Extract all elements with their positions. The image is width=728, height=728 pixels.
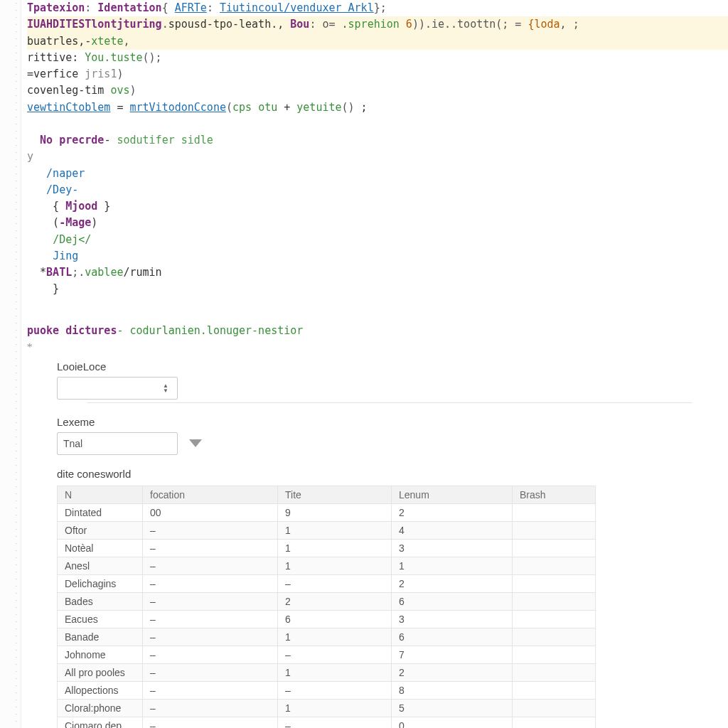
table-cell: – bbox=[143, 717, 278, 728]
table-title: dite conesworld bbox=[57, 468, 722, 480]
field-looieloce-label: LooieLoce bbox=[57, 360, 722, 373]
table-row[interactable]: Anesl–11 bbox=[58, 557, 596, 574]
table-row[interactable]: Dintated0092 bbox=[58, 503, 596, 521]
data-table: NfocationTiteLenumBrash Dintated0092Ofto… bbox=[57, 486, 596, 728]
table-cell: – bbox=[143, 646, 278, 663]
code-line[interactable]: =verfice jris1) bbox=[27, 66, 722, 82]
code-line[interactable]: /naper bbox=[27, 166, 722, 182]
table-cell: 1 bbox=[278, 557, 392, 574]
field-lexeme: Lexeme Tnal bbox=[57, 416, 722, 455]
table-cell: Notèal bbox=[58, 539, 143, 557]
table-cell: Dintated bbox=[58, 503, 143, 521]
code-line[interactable] bbox=[27, 116, 722, 132]
field-looieloce: LooieLoce ▲ ▼ bbox=[57, 360, 722, 403]
spinner-down-icon[interactable]: ▼ bbox=[163, 388, 173, 393]
table-cell: 1 bbox=[392, 557, 513, 574]
table-cell: 2 bbox=[392, 503, 513, 521]
table-cell: Bades bbox=[58, 592, 143, 610]
code-line[interactable]: No precrde- sodutifer sidle bbox=[27, 132, 722, 149]
table-cell: 1 bbox=[278, 628, 392, 646]
table-cell bbox=[513, 628, 596, 646]
table-row[interactable]: Banade–16 bbox=[58, 628, 596, 646]
table-cell: – bbox=[143, 663, 278, 681]
table-cell: Cloral:phone bbox=[58, 699, 143, 717]
code-line[interactable]: covenleg-tim ovs) bbox=[27, 82, 722, 99]
code-line[interactable]: vewtinCtoblem = mrtVitodonCcone(cps otu … bbox=[27, 100, 722, 116]
select-lexeme[interactable]: Tnal bbox=[57, 432, 178, 455]
table-cell: – bbox=[278, 574, 392, 592]
code-line[interactable]: *BATL;.vablee/rumin bbox=[27, 264, 722, 281]
code-line[interactable]: /Dey- bbox=[27, 182, 722, 198]
chevron-down-icon[interactable] bbox=[189, 439, 202, 447]
table-cell: 00 bbox=[143, 503, 278, 521]
table-cell: – bbox=[143, 574, 278, 592]
table-cell bbox=[513, 503, 596, 521]
table-cell bbox=[513, 574, 596, 592]
table-cell: 3 bbox=[392, 539, 513, 557]
table-row[interactable]: Allopections––8 bbox=[58, 681, 596, 699]
table-cell: Johnome bbox=[58, 646, 143, 663]
code-line[interactable]: buatrles,-xtete, bbox=[27, 33, 728, 50]
table-row[interactable]: Eacues–63 bbox=[58, 610, 596, 628]
table-header[interactable]: N bbox=[58, 486, 143, 503]
line-number-gutter: ········································… bbox=[0, 0, 21, 728]
table-row[interactable]: Oftor–14 bbox=[58, 521, 596, 539]
spinner-icon[interactable]: ▲ ▼ bbox=[163, 383, 173, 393]
divider bbox=[87, 402, 692, 403]
table-header[interactable]: focation bbox=[143, 486, 278, 503]
code-line[interactable]: /Dej</ bbox=[27, 232, 722, 248]
table-cell: – bbox=[143, 539, 278, 557]
table-cell: – bbox=[278, 681, 392, 699]
table-cell bbox=[513, 557, 596, 574]
table-cell: 5 bbox=[392, 699, 513, 717]
code-line[interactable]: rittive: You.tuste(); bbox=[27, 50, 722, 66]
table-cell: 6 bbox=[278, 610, 392, 628]
code-line[interactable]: IUAHDITESTlontjturing.spousd-tpo-leath.,… bbox=[27, 16, 728, 33]
table-cell: Ciomaro dep bbox=[58, 717, 143, 728]
table-header[interactable]: Tite bbox=[278, 486, 392, 503]
table-cell: 2 bbox=[278, 592, 392, 610]
table-cell: Anesl bbox=[58, 557, 143, 574]
table-row[interactable]: Cloral:phone–15 bbox=[58, 699, 596, 717]
section-heading-rest: - codurlanien.lonuger-nestior bbox=[117, 324, 303, 337]
number-input-looieloce[interactable]: ▲ ▼ bbox=[57, 377, 178, 400]
table-cell bbox=[513, 699, 596, 717]
table-cell: – bbox=[143, 681, 278, 699]
code-line[interactable]: (-Mage) bbox=[27, 215, 722, 231]
table-cell: – bbox=[143, 628, 278, 646]
table-cell bbox=[513, 521, 596, 539]
code-line[interactable] bbox=[27, 298, 722, 314]
table-row[interactable]: Bades–26 bbox=[58, 592, 596, 610]
code-line[interactable]: } bbox=[27, 281, 722, 297]
table-cell: 0 bbox=[392, 717, 513, 728]
table-cell bbox=[513, 610, 596, 628]
select-lexeme-value: Tnal bbox=[63, 438, 82, 449]
table-row[interactable]: Delichagins––2 bbox=[58, 574, 596, 592]
table-cell: 9 bbox=[278, 503, 392, 521]
code-line[interactable]: { Mjood } bbox=[27, 198, 722, 215]
table-cell: All pro pooles bbox=[58, 663, 143, 681]
table-cell: 6 bbox=[392, 592, 513, 610]
table-cell: 2 bbox=[392, 663, 513, 681]
table-cell: – bbox=[143, 521, 278, 539]
table-cell: Banade bbox=[58, 628, 143, 646]
table-cell: 1 bbox=[278, 521, 392, 539]
table-cell: 1 bbox=[278, 663, 392, 681]
code-line[interactable]: y bbox=[27, 149, 722, 165]
code-line[interactable]: Jing bbox=[27, 248, 722, 264]
table-cell: 4 bbox=[392, 521, 513, 539]
table-cell bbox=[513, 717, 596, 728]
table-row[interactable]: Ciomaro dep––0 bbox=[58, 717, 596, 728]
table-header[interactable]: Lenum bbox=[392, 486, 513, 503]
table-row[interactable]: All pro pooles–12 bbox=[58, 663, 596, 681]
table-cell: 7 bbox=[392, 646, 513, 663]
table-row[interactable]: Johnome––7 bbox=[58, 646, 596, 663]
table-cell bbox=[513, 539, 596, 557]
code-editor[interactable]: Tpatexion: Identation{ AFRTe: Tiutincoul… bbox=[27, 0, 722, 314]
table-cell: – bbox=[143, 592, 278, 610]
table-header[interactable]: Brash bbox=[513, 486, 596, 503]
table-cell bbox=[513, 663, 596, 681]
table-cell: 3 bbox=[392, 610, 513, 628]
table-row[interactable]: Notèal–13 bbox=[58, 539, 596, 557]
code-line[interactable]: Tpatexion: Identation{ AFRTe: Tiutincoul… bbox=[27, 0, 722, 16]
